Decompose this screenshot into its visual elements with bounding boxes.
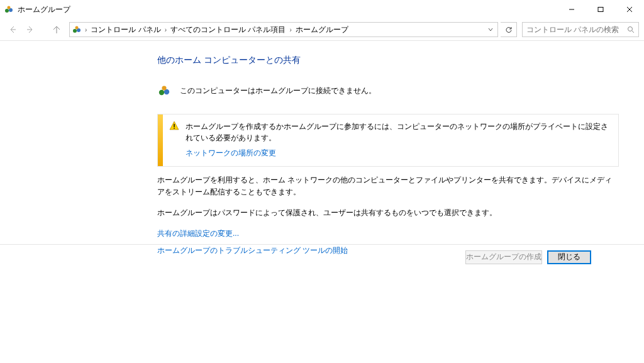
warning-box: ホームグループを作成するかホームグループに参加するには、コンピューターのネットワ…: [157, 114, 619, 167]
description-paragraph: ホームグループを利用すると、ホーム ネットワークの他のコンピューターとファイルや…: [157, 174, 619, 198]
svg-line-13: [632, 31, 634, 33]
svg-point-12: [628, 27, 633, 31]
warning-text: ホームグループを作成するかホームグループに参加するには、コンピューターのネットワ…: [186, 121, 609, 143]
address-bar[interactable]: › コントロール パネル › すべてのコントロール パネル項目 › ホームグルー…: [69, 22, 498, 37]
svg-rect-17: [174, 124, 175, 127]
maximize-button[interactable]: [586, 0, 615, 19]
bottom-bar: ホームグループの作成 閉じる: [0, 244, 644, 269]
svg-point-16: [162, 86, 166, 90]
page-heading: 他のホーム コンピューターとの共有: [157, 55, 619, 66]
content-area: 他のホーム コンピューターとの共有 このコンピューターはホームグループに接続でき…: [0, 41, 644, 256]
close-panel-button[interactable]: 閉じる: [547, 250, 591, 264]
svg-point-9: [73, 29, 77, 33]
back-button[interactable]: [5, 22, 20, 37]
refresh-button[interactable]: [501, 22, 517, 37]
up-button[interactable]: [49, 22, 64, 37]
search-input[interactable]: [526, 25, 627, 34]
description-paragraph: ホームグループはパスワードによって保護され、ユーザーは共有するものをいつでも選択…: [157, 207, 619, 219]
chevron-right-icon[interactable]: ›: [84, 26, 88, 33]
search-icon[interactable]: [627, 26, 635, 33]
window-controls: [557, 0, 644, 19]
homegroup-path-icon: [70, 25, 84, 35]
chevron-right-icon[interactable]: ›: [164, 26, 168, 33]
titlebar: ホームグループ: [0, 0, 644, 19]
svg-point-11: [75, 26, 79, 30]
create-homegroup-button: ホームグループの作成: [465, 250, 542, 264]
svg-point-14: [159, 90, 164, 95]
address-history-dropdown[interactable]: [483, 26, 497, 33]
close-button[interactable]: [615, 0, 644, 19]
svg-point-2: [8, 6, 11, 9]
svg-point-0: [5, 9, 9, 13]
forward-button[interactable]: [23, 22, 38, 37]
chevron-right-icon[interactable]: ›: [288, 26, 292, 33]
breadcrumb-item[interactable]: コントロール パネル: [88, 25, 163, 35]
search-box[interactable]: [522, 22, 639, 37]
navigation-bar: › コントロール パネル › すべてのコントロール パネル項目 › ホームグルー…: [0, 19, 644, 40]
homegroup-icon: [157, 84, 171, 98]
breadcrumb-item[interactable]: ホームグループ: [293, 25, 351, 35]
status-text: このコンピューターはホームグループに接続できません。: [180, 86, 376, 96]
breadcrumb-item[interactable]: すべてのコントロール パネル項目: [168, 25, 288, 35]
svg-rect-4: [598, 8, 603, 12]
status-row: このコンピューターはホームグループに接続できません。: [157, 84, 619, 98]
homegroup-app-icon: [4, 4, 14, 14]
warning-stripe: [158, 114, 163, 166]
minimize-button[interactable]: [557, 0, 586, 19]
advanced-sharing-link[interactable]: 共有の詳細設定の変更...: [157, 228, 619, 239]
warning-icon: [169, 121, 179, 131]
svg-rect-18: [174, 128, 175, 129]
change-network-link[interactable]: ネットワークの場所の変更: [186, 147, 609, 159]
window-title: ホームグループ: [18, 4, 70, 15]
